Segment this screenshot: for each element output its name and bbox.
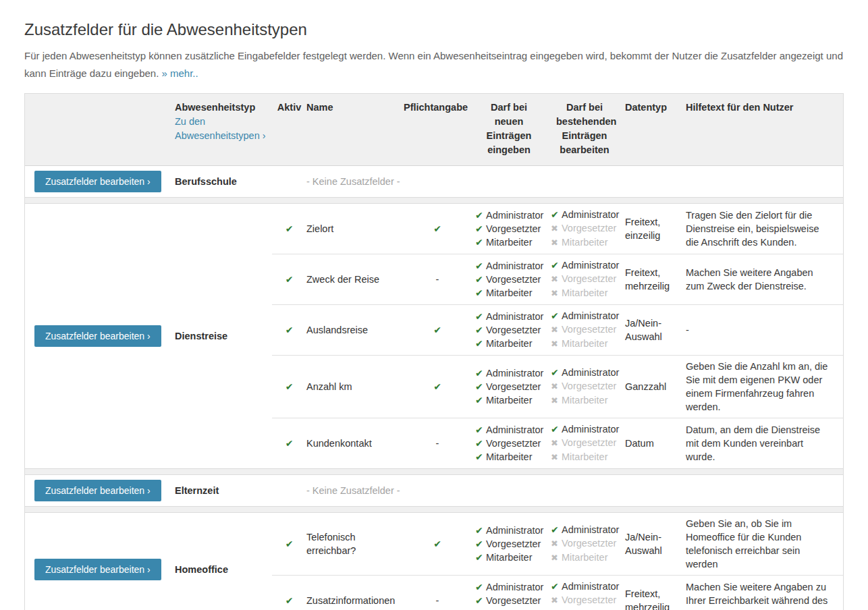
table-body: Zusatzfelder bearbeiten ›Berufsschule- K…: [25, 166, 843, 610]
field-name: Anzahl km: [306, 380, 404, 393]
header-abwesenheitstyp: Abwesenheitstyp: [175, 101, 272, 115]
check-icon: ✔: [286, 438, 294, 449]
absence-type-name: Elternzeit: [175, 484, 272, 497]
role-permission: ✖Mitarbeiter: [551, 393, 622, 408]
cross-icon: ✖: [551, 551, 562, 565]
absence-type-name: Berufsschule: [175, 175, 272, 188]
field-new-entries-permissions: ✔Administrator✔Vorgesetzter✔Mitarbeiter: [471, 423, 547, 464]
field-new-entries-permissions: ✔Administrator✔Vorgesetzter✔Mitarbeiter: [471, 524, 547, 564]
field-existing-entries-permissions: ✔Administrator✖Vorgesetzter✖Mitarbeiter: [547, 208, 622, 250]
role-label: Mitarbeiter: [486, 552, 533, 563]
check-icon: ✔: [475, 323, 486, 337]
role-permission: ✔Administrator: [475, 366, 547, 380]
field-row: ✔Kundenkontakt-✔Administrator✔Vorgesetzt…: [272, 418, 843, 468]
edit-zusatzfelder-button[interactable]: Zusatzfelder bearbeiten ›: [34, 559, 161, 580]
role-label: Mitarbeiter: [562, 338, 608, 349]
check-icon: ✔: [475, 337, 486, 350]
check-icon: ✔: [475, 594, 486, 607]
field-datatype: Freitext, mehrzeilig: [622, 266, 683, 293]
field-new-entries-permissions: ✔Administrator✔Vorgesetzter✔Mitarbeiter: [471, 580, 547, 610]
role-label: Vorgesetzter: [562, 538, 616, 549]
header-datentyp: Datentyp: [622, 101, 683, 115]
intro-body: Für jeden Abwesenheitstyp können zusätzl…: [24, 50, 843, 79]
field-row: ✔Telefonisch erreichbar?✔✔Administrator✔…: [272, 513, 843, 575]
role-permission: ✔Administrator: [551, 422, 622, 436]
edit-zusatzfelder-button[interactable]: Zusatzfelder bearbeiten ›: [34, 325, 161, 347]
role-label: Administrator: [562, 581, 619, 592]
empty-placeholder: - Keine Zusatzfelder -: [306, 176, 843, 187]
field-datatype: Ja/Nein-Auswahl: [622, 530, 683, 557]
field-active: ✔: [272, 538, 306, 549]
role-label: Mitarbeiter: [562, 552, 608, 563]
cross-icon: ✖: [551, 380, 562, 393]
field-mandatory: -: [404, 274, 471, 285]
check-icon: ✔: [475, 580, 486, 594]
role-permission: ✖Vorgesetzter: [551, 536, 622, 551]
field-active: ✔: [272, 381, 306, 392]
role-permission: ✔Vorgesetzter: [475, 594, 547, 607]
role-label: Mitarbeiter: [486, 287, 533, 298]
field-helptext: -: [683, 323, 843, 337]
role-label: Mitarbeiter: [486, 395, 533, 406]
edit-zusatzfelder-button[interactable]: Zusatzfelder bearbeiten ›: [34, 480, 161, 501]
field-rows: ✔Telefonisch erreichbar?✔✔Administrator✔…: [272, 513, 843, 610]
check-icon: ✔: [475, 380, 486, 393]
header-name: Name: [306, 101, 404, 115]
cross-icon: ✖: [551, 451, 562, 464]
role-permission: ✔Vorgesetzter: [475, 323, 547, 337]
role-label: Vorgesetzter: [486, 223, 541, 234]
check-icon: ✔: [551, 208, 562, 221]
role-permission: ✔Vorgesetzter: [475, 222, 547, 235]
role-permission: ✔Administrator: [551, 580, 622, 593]
check-icon: ✔: [551, 580, 562, 593]
cross-icon: ✖: [551, 394, 562, 408]
role-label: Administrator: [562, 367, 619, 378]
role-label: Vorgesetzter: [562, 324, 616, 335]
field-mandatory: ✔: [404, 223, 471, 234]
cross-icon: ✖: [551, 537, 562, 551]
role-label: Mitarbeiter: [486, 237, 533, 248]
field-name: Zusatzinformationen: [306, 594, 404, 607]
role-label: Administrator: [486, 525, 543, 536]
field-row: ✔Zielort✔✔Administrator✔Vorgesetzter✔Mit…: [272, 204, 843, 254]
role-label: Administrator: [486, 210, 543, 221]
cross-icon: ✖: [551, 222, 562, 235]
field-row: ✔Auslandsreise✔✔Administrator✔Vorgesetzt…: [272, 304, 843, 355]
role-label: Mitarbeiter: [562, 287, 608, 298]
check-icon: ✔: [551, 523, 562, 536]
field-datatype: Datum: [622, 437, 683, 450]
page: Zusatzfelder für die Abwesenheitstypen F…: [0, 0, 868, 610]
field-new-entries-permissions: ✔Administrator✔Vorgesetzter✔Mitarbeiter: [471, 209, 547, 249]
field-mandatory: ✔: [404, 538, 471, 549]
role-label: Mitarbeiter: [486, 338, 533, 349]
field-mandatory: -: [404, 438, 471, 449]
role-permission: ✔Vorgesetzter: [475, 537, 547, 551]
role-label: Mitarbeiter: [562, 237, 608, 248]
role-label: Vorgesetzter: [562, 594, 616, 605]
field-rows: ✔Zielort✔✔Administrator✔Vorgesetzter✔Mit…: [272, 204, 843, 468]
header-aktiv: Aktiv: [272, 101, 306, 115]
cross-icon: ✖: [551, 337, 562, 351]
empty-placeholder: - Keine Zusatzfelder -: [306, 485, 843, 496]
check-icon: ✔: [475, 524, 486, 537]
edit-cell: Zusatzfelder bearbeiten ›: [25, 554, 175, 585]
role-permission: ✔Mitarbeiter: [475, 393, 547, 407]
role-label: Vorgesetzter: [562, 223, 616, 233]
field-row: ✔Zweck der Reise-✔Administrator✔Vorgeset…: [272, 254, 843, 304]
page-title: Zusatzfelder für die Abwesenheitstypen: [24, 20, 844, 39]
field-existing-entries-permissions: ✔Administrator✖Vorgesetzter✖Mitarbeiter: [547, 309, 622, 351]
absence-types-link[interactable]: Zu den Abwesenheitstypen ›: [175, 115, 272, 143]
edit-zusatzfelder-button[interactable]: Zusatzfelder bearbeiten ›: [34, 171, 161, 192]
role-label: Vorgesetzter: [486, 595, 541, 606]
more-link[interactable]: » mehr..: [162, 67, 198, 79]
role-label: Administrator: [562, 209, 619, 220]
field-existing-entries-permissions: ✔Administrator✖Vorgesetzter✖Mitarbeiter: [547, 422, 622, 464]
field-active: ✔: [272, 438, 306, 449]
role-label: Administrator: [562, 260, 619, 271]
check-icon: ✔: [551, 366, 562, 379]
field-existing-entries-permissions: ✔Administrator✖Vorgesetzter✖Mitarbeiter: [547, 523, 622, 565]
check-icon: ✔: [475, 259, 486, 273]
role-permission: ✔Mitarbeiter: [475, 551, 547, 564]
role-permission: ✔Vorgesetzter: [475, 437, 547, 450]
check-icon: ✔: [475, 222, 486, 235]
